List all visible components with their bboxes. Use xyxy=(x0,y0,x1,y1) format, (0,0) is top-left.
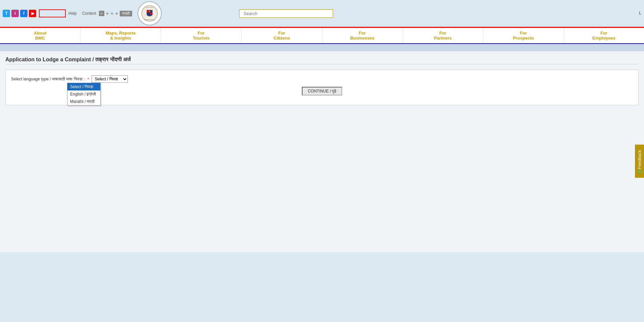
facebook-icon[interactable]: f xyxy=(20,10,28,17)
main-content: Application to Lodge a Complaint / तक्रा… xyxy=(0,51,644,252)
search-input[interactable] xyxy=(239,9,333,18)
dropdown-popup: Select / निवडा English / इंग्रेजी Marath… xyxy=(67,83,101,106)
language-label: Select language type / भाषासाठी भाषा निव… xyxy=(11,77,85,81)
svg-text:Municipal Corporation: Municipal Corporation xyxy=(144,19,155,20)
nav-for-employees[interactable]: ForEmployees xyxy=(564,28,644,43)
sub-header xyxy=(0,44,644,51)
dropdown-item-english[interactable]: English / इंग्रेजी xyxy=(67,90,100,98)
font-size-star3: ★ xyxy=(115,11,118,16)
search-area xyxy=(164,9,408,18)
nav-bar: AboutBMC Maps, Reports& Insights ForTour… xyxy=(0,27,644,44)
content-link[interactable]: Content xyxy=(82,11,96,16)
lang-controls: A ★ ★ ★ मराठी xyxy=(99,11,132,16)
nav-for-businesses[interactable]: ForBusinesses xyxy=(322,28,403,43)
required-star: * xyxy=(87,77,89,82)
marathi-btn[interactable]: मराठी xyxy=(120,11,132,16)
bmc-logo: ✦ मुंबई महानगरपालिका Municipal Corporati… xyxy=(138,1,162,25)
instagram-icon[interactable]: I xyxy=(11,10,19,17)
language-select[interactable]: Select / निवडा English / इंग्रेजी Marath… xyxy=(92,75,128,83)
nav-for-prospects[interactable]: ForProspects xyxy=(483,28,564,43)
svg-text:✦: ✦ xyxy=(149,10,151,13)
continue-button[interactable]: CONTINUE / पुढे xyxy=(302,87,342,95)
top-bar: T I f ▶ Help Content A ★ ★ ★ मराठी xyxy=(0,0,644,27)
twitter-icon[interactable]: T xyxy=(3,10,10,17)
help-link[interactable]: Help xyxy=(68,11,77,16)
svg-text:मुंबई महानगरपालिका: मुंबई महानगरपालिका xyxy=(146,7,153,8)
dropdown-item-marathi[interactable]: Marathi / मराठी xyxy=(67,98,100,105)
font-size-star2: ★ xyxy=(110,11,114,16)
nav-for-tourists[interactable]: ForTourists xyxy=(161,28,241,43)
language-form-row: Select language type / भाषासाठी भाषा निव… xyxy=(11,75,633,83)
font-size-small-btn[interactable]: A xyxy=(99,11,104,16)
nav-maps-reports[interactable]: Maps, Reports& Insights xyxy=(80,28,161,43)
login-box[interactable] xyxy=(39,9,66,17)
nav-for-partners[interactable]: ForPartners xyxy=(403,28,483,43)
font-size-star1: ★ xyxy=(106,11,109,16)
dropdown-item-select[interactable]: Select / निवडा xyxy=(67,83,100,90)
nav-for-citizens[interactable]: ForCitizens xyxy=(241,28,322,43)
youtube-icon[interactable]: ▶ xyxy=(29,10,36,17)
feedback-tab[interactable]: Feedback xyxy=(635,144,644,178)
page-title: Application to Lodge a Complaint / तक्रा… xyxy=(5,57,639,64)
help-content: Help Content xyxy=(68,11,96,16)
logo-svg: ✦ मुंबई महानगरपालिका Municipal Corporati… xyxy=(141,5,158,22)
nav-about-bmc[interactable]: AboutBMC xyxy=(0,28,80,43)
marquee-text: List of Hinduhridaysamrat Balasaheb Thac… xyxy=(411,11,641,15)
logo-area: ✦ मुंबई महानगरपालिका Municipal Corporati… xyxy=(138,1,162,25)
marquee-area: List of Hinduhridaysamrat Balasaheb Thac… xyxy=(411,11,641,16)
social-icons: T I f ▶ xyxy=(3,10,36,17)
